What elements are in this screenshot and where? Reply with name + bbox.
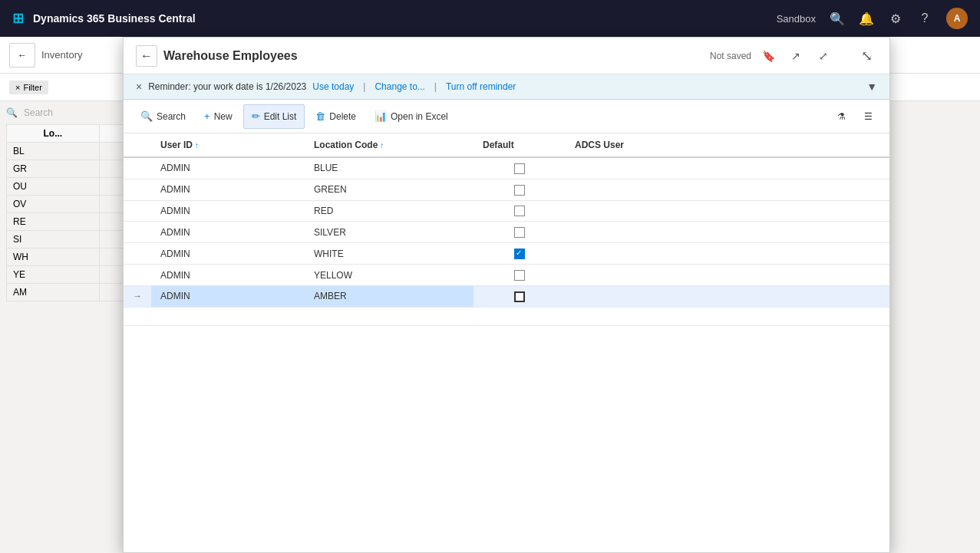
table-row[interactable]: →ADMINAMBER xyxy=(124,285,889,307)
background-search-label: Search xyxy=(24,107,53,118)
delete-button[interactable]: 🗑 Delete xyxy=(308,104,364,129)
app-branding: ⊞ Dynamics 365 Business Central xyxy=(12,10,196,27)
expand-button[interactable]: ⤢ xyxy=(813,45,834,67)
user-id-cell[interactable]: ADMIN xyxy=(151,157,305,179)
location-code-cell[interactable]: RED xyxy=(305,200,474,222)
default-checkbox[interactable] xyxy=(514,163,525,174)
open-in-new-button[interactable]: ↗ xyxy=(785,45,807,67)
background-back-button[interactable]: ← xyxy=(9,43,35,67)
top-bar-actions: Sandbox 🔍 🔔 ⚙ ? A xyxy=(777,8,968,29)
warehouse-employees-panel: ← Warehouse Employees Not saved 🔖 ↗ ⤢ ⤡ … xyxy=(123,37,890,553)
panel-back-button[interactable]: ← xyxy=(136,45,157,67)
default-checkbox-cell[interactable] xyxy=(474,157,566,179)
filter-button[interactable]: ⚗ xyxy=(830,104,853,129)
new-button[interactable]: + New xyxy=(196,104,240,129)
settings-icon[interactable]: ⚙ xyxy=(888,11,903,26)
adcs-user-cell[interactable] xyxy=(566,285,889,307)
adcs-user-cell[interactable] xyxy=(566,243,889,265)
location-code-cell[interactable]: YELLOW xyxy=(305,265,474,286)
location-code-cell[interactable]: AMBER xyxy=(305,285,474,307)
default-checkbox-cell[interactable] xyxy=(474,285,566,307)
filter-remove-icon[interactable]: × xyxy=(15,83,20,92)
column-options-button[interactable]: ☰ xyxy=(856,104,880,129)
user-id-cell[interactable]: ADMIN xyxy=(151,200,305,222)
reminder-collapse-icon[interactable]: ▼ xyxy=(866,81,877,93)
background-breadcrumb: Inventory xyxy=(41,49,82,61)
adcs-user-cell[interactable] xyxy=(566,200,889,222)
default-checkbox-cell[interactable] xyxy=(474,243,566,265)
filter-label: Filter xyxy=(23,83,41,92)
adcs-user-cell[interactable] xyxy=(566,179,889,200)
user-id-column-header[interactable]: User ID ↑ xyxy=(151,133,305,157)
filter-badge: × Filter xyxy=(9,81,48,94)
open-excel-label: Open in Excel xyxy=(391,111,448,122)
user-id-sort-icon: ↑ xyxy=(195,141,199,150)
edit-list-button[interactable]: ✏ Edit List xyxy=(243,104,305,129)
excel-icon: 📊 xyxy=(375,110,387,122)
default-checkbox[interactable] xyxy=(514,185,525,196)
toolbar-right-actions: ⚗ ☰ xyxy=(830,104,880,129)
row-selector xyxy=(124,200,151,222)
user-id-cell[interactable]: ADMIN xyxy=(151,243,305,265)
top-navigation-bar: ⊞ Dynamics 365 Business Central Sandbox … xyxy=(0,0,980,37)
location-code-column-header[interactable]: Location Code ↑ xyxy=(305,133,474,157)
user-id-cell[interactable]: ADMIN xyxy=(151,265,305,286)
adcs-user-cell[interactable] xyxy=(566,222,889,243)
location-code-cell[interactable]: GREEN xyxy=(305,179,474,200)
default-checkbox[interactable] xyxy=(514,206,525,216)
search-label: Search xyxy=(157,111,186,122)
table-row[interactable]: ADMINWHITE xyxy=(124,243,889,265)
search-icon[interactable]: 🔍 xyxy=(830,11,845,26)
row-selector xyxy=(124,157,151,179)
location-code-cell[interactable]: BLUE xyxy=(305,157,474,179)
default-column-header[interactable]: Default xyxy=(474,133,566,157)
default-checkbox[interactable] xyxy=(514,291,525,302)
filter-funnel-icon: ⚗ xyxy=(837,111,846,122)
default-checkbox[interactable] xyxy=(514,270,525,281)
column-options-icon: ☰ xyxy=(864,111,873,122)
open-excel-button[interactable]: 📊 Open in Excel xyxy=(367,104,456,129)
user-id-cell[interactable]: ADMIN xyxy=(151,285,305,307)
user-avatar[interactable]: A xyxy=(946,8,968,29)
bookmark-button[interactable]: 🔖 xyxy=(757,45,779,67)
default-checkbox-cell[interactable] xyxy=(474,222,566,243)
default-checkbox[interactable] xyxy=(514,227,525,238)
row-selector xyxy=(124,243,151,265)
default-checkbox-cell[interactable] xyxy=(474,200,566,222)
row-selector xyxy=(124,265,151,286)
table-row[interactable]: ADMINRED xyxy=(124,200,889,222)
reminder-close-button[interactable]: × xyxy=(136,81,142,93)
table-header: User ID ↑ Location Code ↑ Default xyxy=(124,133,889,157)
app-logo: ⊞ xyxy=(12,10,24,27)
warehouse-employees-table: User ID ↑ Location Code ↑ Default xyxy=(124,133,889,326)
adcs-user-column-header[interactable]: ADCS User xyxy=(566,133,889,157)
table-row[interactable]: ADMINBLUE xyxy=(124,157,889,179)
user-id-cell[interactable]: ADMIN xyxy=(151,179,305,200)
data-table-area: User ID ↑ Location Code ↑ Default xyxy=(124,133,889,552)
use-today-link[interactable]: Use today xyxy=(312,81,354,92)
turn-off-reminder-link[interactable]: Turn off reminder xyxy=(446,81,516,92)
notification-icon[interactable]: 🔔 xyxy=(859,11,874,26)
help-icon[interactable]: ? xyxy=(917,11,932,26)
search-button[interactable]: 🔍 Search xyxy=(133,104,193,129)
page-layout: ← Inventory × Filter 🔍 Search Lo...... B… xyxy=(0,37,980,553)
adcs-user-cell[interactable] xyxy=(566,157,889,179)
user-id-cell[interactable]: ADMIN xyxy=(151,222,305,243)
collapse-bg-button[interactable]: ⤡ xyxy=(856,45,877,67)
adcs-user-cell[interactable] xyxy=(566,265,889,286)
location-code-cell[interactable]: SILVER xyxy=(305,222,474,243)
table-row[interactable]: ADMINYELLOW xyxy=(124,265,889,286)
row-selector xyxy=(124,179,151,200)
default-checkbox-cell[interactable] xyxy=(474,265,566,286)
panel-header: ← Warehouse Employees Not saved 🔖 ↗ ⤢ ⤡ xyxy=(124,38,889,74)
table-row[interactable]: ADMINSILVER xyxy=(124,222,889,243)
location-code-cell[interactable]: WHITE xyxy=(305,243,474,265)
change-to-link[interactable]: Change to... xyxy=(375,81,424,92)
table-row[interactable]: ADMINGREEN xyxy=(124,179,889,200)
edit-list-icon: ✏ xyxy=(252,110,260,122)
default-checkbox-cell[interactable] xyxy=(474,179,566,200)
new-row[interactable] xyxy=(124,307,889,325)
row-arrow-icon: → xyxy=(133,291,142,301)
default-checkbox[interactable] xyxy=(514,249,525,259)
app-title: Dynamics 365 Business Central xyxy=(33,12,196,25)
